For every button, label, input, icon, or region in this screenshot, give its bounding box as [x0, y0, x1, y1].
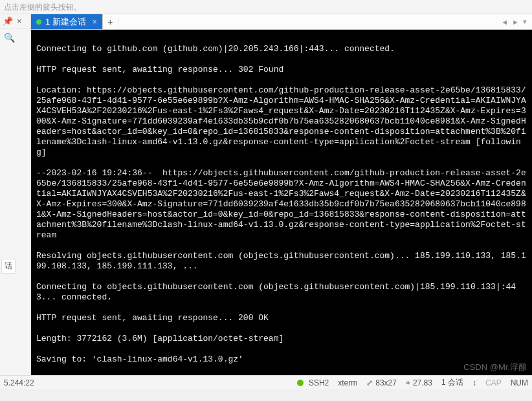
- tab-close-icon[interactable]: ×: [93, 17, 97, 27]
- terminal-line: HTTP request sent, awaiting response... …: [36, 313, 527, 323]
- hint-bar: 点击左侧的箭头按钮。: [0, 0, 532, 14]
- add-tab-button[interactable]: +: [103, 14, 118, 29]
- sidebar-close-icon[interactable]: ×: [17, 16, 22, 26]
- terminal-line: Location: https://objects.githubusercont…: [36, 85, 527, 158]
- status-arrows-icon[interactable]: ↕: [472, 378, 476, 387]
- terminal-line: --2023-02-16 19:24:36-- https://objects.…: [36, 168, 527, 241]
- tab-nav-left-icon[interactable]: ◄: [501, 18, 508, 26]
- terminal-line: Resolving objects.githubusercontent.com …: [36, 251, 527, 272]
- tab-bar: 1 新建会话 × + ◄ ► ▾: [31, 14, 532, 30]
- search-icon[interactable]: 🔍: [0, 28, 30, 43]
- tab-nav-right-icon[interactable]: ►: [512, 18, 519, 26]
- terminal-line: HTTP request sent, awaiting response... …: [36, 65, 527, 75]
- status-led-icon: [297, 380, 304, 386]
- position-icon: ⌖: [406, 378, 410, 387]
- status-bar: 5.244:22 SSH2 xterm ⤢83x27 ⌖27.83 1 会话 ↕…: [0, 375, 532, 389]
- status-pos: 27.83: [413, 378, 432, 387]
- terminal-line: Connecting to github.com (github.com)|20…: [36, 44, 527, 54]
- tab-status-dot-icon: [36, 19, 41, 25]
- terminal-line: Connecting to objects.githubusercontent.…: [36, 282, 527, 303]
- resize-icon: ⤢: [366, 378, 373, 387]
- terminal-line: Length: 3772162 (3.6M) [application/octe…: [36, 334, 527, 344]
- terminal-line: Saving to: ‘clash-linux-amd64-v1.13.0.gz…: [36, 354, 527, 365]
- status-num: NUM: [511, 378, 528, 387]
- sidebar-tab-label[interactable]: 话: [1, 259, 16, 274]
- terminal[interactable]: Connecting to github.com (github.com)|20…: [31, 30, 532, 375]
- status-size: 83x27: [375, 378, 397, 387]
- sidebar: 📌 × 🔍: [0, 14, 31, 375]
- tab-title: 1 新建会话: [45, 16, 86, 28]
- status-session[interactable]: 1 会话: [441, 377, 463, 388]
- watermark: CSDN @Mr.浮酿: [463, 362, 527, 373]
- status-term-type: xterm: [338, 378, 357, 387]
- pin-icon[interactable]: 📌: [3, 16, 13, 26]
- tab-nav-menu-icon[interactable]: ▾: [523, 17, 527, 26]
- status-cap: CAP: [485, 378, 502, 387]
- tab-session-1[interactable]: 1 新建会话 ×: [31, 14, 103, 29]
- status-proto: SSH2: [309, 378, 329, 387]
- status-time: 5.244:22: [4, 378, 34, 387]
